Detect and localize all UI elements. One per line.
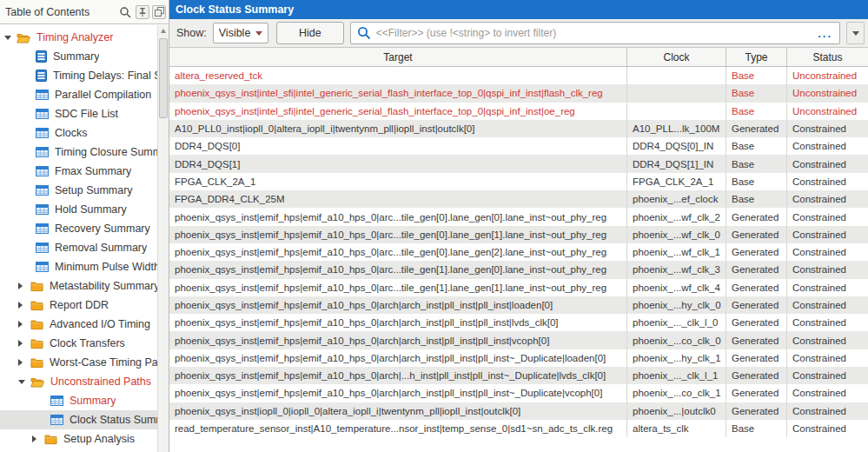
- toc-tree-item[interactable]: Setup Analysis: [0, 429, 157, 449]
- float-window-button[interactable]: [152, 5, 166, 19]
- toc-tree-item[interactable]: Removal Summary: [0, 238, 157, 257]
- toc-tree-item[interactable]: Timing Delays: Final S: [0, 66, 157, 85]
- table-icon: [36, 243, 49, 253]
- table-row[interactable]: phoenix_qsys_inst|intel_sfi|intel_generi…: [169, 84, 868, 102]
- table-row[interactable]: phoenix_qsys_inst|emif_hps|emif_a10_hps_…: [169, 296, 868, 314]
- cell-target: phoenix_qsys_inst|emif_hps|emif_a10_hps_…: [169, 367, 627, 384]
- toc-tree-item[interactable]: SDC File List: [0, 104, 157, 123]
- cell-clock: FPGA_CLK_2A_1: [627, 173, 726, 190]
- cell-status: Constrained: [787, 279, 868, 296]
- table-row[interactable]: FPGA_DDR4_CLK_25M phoenix_...ef_clock Ba…: [169, 190, 868, 208]
- cell-status: Constrained: [787, 384, 868, 402]
- sidebar-header: Table of Contents: [0, 0, 169, 24]
- caret-expanded-icon[interactable]: [18, 380, 30, 384]
- table-icon: [50, 415, 63, 425]
- table-row[interactable]: phoenix_qsys_inst|emif_hps|emif_a10_hps_…: [169, 208, 868, 225]
- cell-target: phoenix_qsys_inst|emif_hps|emif_a10_hps_…: [169, 261, 627, 278]
- chevron-down-icon: [255, 31, 262, 36]
- toc-tree-item[interactable]: Worst-Case Timing Pa: [0, 353, 157, 372]
- toc-tree-item[interactable]: Summary: [0, 47, 157, 66]
- table-row[interactable]: phoenix_qsys_inst|emif_hps|emif_a10_hps_…: [169, 226, 868, 243]
- tree-item-label: Report DDR: [50, 299, 109, 311]
- caret-expanded-icon[interactable]: [4, 36, 17, 40]
- toc-tree-item[interactable]: Report DDR: [0, 296, 157, 315]
- toc-tree-item[interactable]: Clock Status Summ: [0, 410, 157, 429]
- cell-clock: phoenix_...co_clk_1: [627, 384, 726, 402]
- toc-tree-item[interactable]: Unconstrained Paths: [0, 372, 157, 391]
- table-row[interactable]: phoenix_qsys_inst|emif_hps|emif_a10_hps_…: [169, 367, 868, 384]
- table-row[interactable]: DDR4_DQS[0] DDR4_DQS[0]_IN Base Constrai…: [169, 137, 868, 155]
- cell-clock: phoenix_...wf_clk_3: [627, 261, 726, 278]
- toc-tree-item[interactable]: Fmax Summary: [0, 162, 157, 181]
- cell-type: Generated: [726, 296, 787, 314]
- column-header-target[interactable]: Target: [169, 48, 627, 66]
- hide-button[interactable]: Hide: [276, 22, 344, 44]
- toc-tree-item[interactable]: Timing Closure Summ: [0, 143, 157, 162]
- toc-tree-item[interactable]: Metastability Summary: [0, 276, 157, 296]
- column-header-status[interactable]: Status: [787, 48, 868, 66]
- folder-icon: [30, 338, 43, 349]
- toc-tree-item[interactable]: Hold Summary: [0, 200, 157, 219]
- table-row[interactable]: altera_reserved_tck Base Unconstrained: [169, 67, 868, 84]
- caret-collapsed-icon[interactable]: [18, 302, 30, 309]
- show-dropdown[interactable]: Visible: [213, 23, 268, 43]
- show-dropdown-value: Visible: [219, 27, 255, 39]
- table-row[interactable]: DDR4_DQS[1] DDR4_DQS[1]_IN Base Constrai…: [169, 155, 868, 172]
- toc-tree-item[interactable]: Parallel Compilation: [0, 85, 157, 104]
- column-header-clock[interactable]: Clock: [627, 48, 726, 66]
- column-header-type[interactable]: Type: [726, 48, 787, 66]
- toc-tree-item[interactable]: Summary: [0, 391, 157, 410]
- table-row[interactable]: phoenix_qsys_inst|emif_hps|emif_a10_hps_…: [169, 349, 868, 367]
- toolbar-options-button[interactable]: [846, 22, 865, 44]
- caret-collapsed-icon[interactable]: [18, 282, 30, 289]
- cell-clock: phoenix_...hy_clk_1: [627, 349, 726, 367]
- search-icon[interactable]: [117, 4, 133, 20]
- sidebar-title: Table of Contents: [5, 6, 117, 18]
- caret-collapsed-icon[interactable]: [18, 359, 30, 366]
- table-row[interactable]: phoenix_qsys_inst|iopll_0|iopll_0|altera…: [169, 402, 868, 420]
- table-row[interactable]: A10_PLL0_inst|iopll_0|altera_iopll_i|twe…: [169, 120, 868, 137]
- toc-tree-item[interactable]: Setup Summary: [0, 181, 157, 200]
- toc-tree-item[interactable]: Timing Analyzer: [0, 28, 157, 47]
- cell-type: Generated: [726, 279, 787, 296]
- caret-collapsed-icon[interactable]: [18, 340, 30, 347]
- table-header: Target Clock Type Status: [169, 48, 868, 67]
- table-row[interactable]: phoenix_qsys_inst|intel_sfi|intel_generi…: [169, 103, 868, 120]
- toc-tree-item[interactable]: Minimum Pulse Width: [0, 257, 157, 276]
- filter-box: ...: [350, 22, 840, 44]
- cell-target: phoenix_qsys_inst|emif_hps|emif_a10_hps_…: [169, 384, 627, 402]
- tree-item-label: Summary: [53, 50, 99, 63]
- cell-status: Constrained: [787, 314, 868, 331]
- toc-tree-item[interactable]: Clock Transfers: [0, 334, 157, 353]
- show-label: Show:: [176, 27, 207, 39]
- table-row[interactable]: phoenix_qsys_inst|emif_hps|emif_a10_hps_…: [169, 261, 868, 278]
- caret-collapsed-icon[interactable]: [32, 435, 44, 442]
- toc-tree-item[interactable]: Advanced I/O Timing: [0, 315, 157, 334]
- cell-type: Generated: [726, 349, 787, 367]
- scrollbar-thumb[interactable]: [159, 38, 168, 118]
- cell-clock: phoenix_...|outclk0: [627, 402, 726, 420]
- toc-tree-item[interactable]: Recovery Summary: [0, 219, 157, 238]
- tree-item-label: Removal Summary: [55, 242, 147, 254]
- table-row[interactable]: phoenix_qsys_inst|emif_hps|emif_a10_hps_…: [169, 243, 868, 261]
- filter-input[interactable]: [376, 27, 812, 39]
- cell-target: phoenix_qsys_inst|emif_hps|emif_a10_hps_…: [169, 208, 627, 225]
- sidebar-scrollbar[interactable]: [157, 25, 169, 452]
- table-row[interactable]: phoenix_qsys_inst|emif_hps|emif_a10_hps_…: [169, 314, 868, 331]
- cell-status: Constrained: [787, 243, 868, 261]
- caret-collapsed-icon[interactable]: [18, 321, 30, 328]
- cell-clock: [627, 103, 726, 120]
- table-row[interactable]: FPGA_CLK_2A_1 FPGA_CLK_2A_1 Base Constra…: [169, 173, 868, 190]
- cell-target: phoenix_qsys_inst|intel_sfi|intel_generi…: [169, 84, 627, 102]
- table-row[interactable]: read_temperature_sensor_inst|A10_tempera…: [169, 420, 868, 437]
- toc-tree-item[interactable]: Clocks: [0, 123, 157, 143]
- filter-more-button[interactable]: ...: [818, 27, 832, 40]
- table-row[interactable]: phoenix_qsys_inst|emif_hps|emif_a10_hps_…: [169, 331, 868, 349]
- table-row[interactable]: phoenix_qsys_inst|emif_hps|emif_a10_hps_…: [169, 384, 868, 402]
- pin-button[interactable]: [136, 5, 149, 19]
- tree-item-label: Timing Analyzer: [36, 31, 113, 43]
- folder-icon: [30, 300, 43, 311]
- scrollbar-up-icon[interactable]: [158, 25, 169, 37]
- table-row[interactable]: phoenix_qsys_inst|emif_hps|emif_a10_hps_…: [169, 279, 868, 296]
- cell-status: Constrained: [787, 155, 868, 172]
